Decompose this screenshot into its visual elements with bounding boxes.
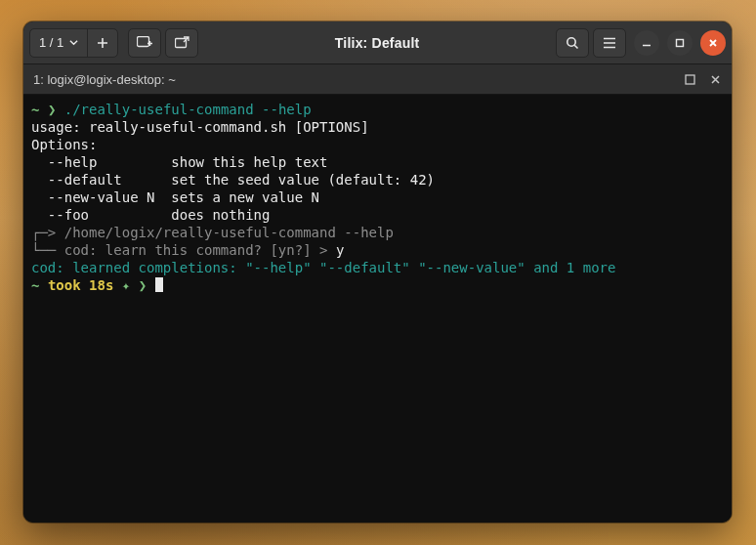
prompt2-took: took [48, 277, 81, 293]
window-close-button[interactable] [700, 30, 726, 56]
output-usage: usage: really-useful-command.sh [OPTIONS… [31, 119, 369, 135]
output-options-header: Options: [31, 137, 97, 152]
svg-point-2 [567, 37, 575, 45]
cod-box-top: ┌─> [31, 225, 64, 240]
prompt-chevron: ❯ [48, 102, 56, 117]
terminal-maximize-pane-button[interactable] [679, 68, 700, 90]
command-1: ./really-useful-command --help [64, 102, 312, 117]
fullscreen-terminal-button[interactable] [165, 28, 198, 58]
prompt2-time: 18s [89, 277, 113, 293]
popout-icon [175, 36, 189, 49]
session-label: 1 / 1 [39, 35, 63, 50]
prompt2-tilde: ~ [31, 277, 39, 293]
prompt2-sep-icon: ✦ [122, 277, 130, 293]
chevron-down-icon [69, 38, 78, 47]
window-title: Tilix: Default [202, 35, 552, 51]
add-session-button[interactable] [87, 29, 117, 57]
headerbar: 1 / 1 [23, 21, 732, 64]
add-terminal-button[interactable] [128, 28, 161, 58]
svg-rect-4 [686, 75, 694, 84]
terminal-close-pane-button[interactable] [704, 68, 726, 90]
close-pane-icon [710, 74, 721, 85]
window-maximize-button[interactable] [667, 30, 693, 56]
terminal-content: ~ ❯ ./really-useful-command --help usage… [31, 101, 724, 515]
cod-box-bottom: └── [31, 242, 64, 258]
search-button[interactable] [556, 28, 589, 58]
terminal-tab-title[interactable]: 1: logix@logix-desktop: ~ [33, 72, 675, 87]
tilix-window: 1 / 1 [23, 21, 732, 523]
maximize-pane-icon [685, 74, 695, 85]
hamburger-icon [603, 37, 616, 49]
output-opt-default: --default set the seed value (default: 4… [31, 172, 435, 188]
cod-learn-prompt: cod: learn this command? [yn?] > [64, 242, 336, 258]
output-opt-help: --help show this help text [31, 154, 327, 170]
cod-learned-line: cod: learned completions: "--help" "--de… [31, 260, 615, 275]
terminal-tabbar: 1: logix@logix-desktop: ~ [23, 64, 732, 95]
close-icon [708, 38, 718, 48]
hamburger-menu-button[interactable] [593, 28, 626, 58]
terminal-viewport[interactable]: ~ ❯ ./really-useful-command --help usage… [23, 95, 732, 523]
svg-rect-1 [175, 39, 186, 48]
output-opt-foo: --foo does nothing [31, 207, 270, 223]
session-dropdown[interactable]: 1 / 1 [30, 29, 87, 57]
window-minimize-button[interactable] [634, 30, 659, 56]
plus-icon [97, 37, 108, 49]
cod-learn-answer: y [336, 242, 344, 258]
minimize-icon [642, 38, 651, 48]
svg-rect-0 [138, 36, 149, 46]
search-icon [566, 36, 579, 50]
maximize-icon [675, 38, 685, 48]
output-opt-new-value: --new-value N sets a new value N [31, 189, 319, 205]
prompt2-chevron: ❯ [139, 277, 147, 293]
cod-hint-path: /home/logix/really-useful-command --help [64, 225, 394, 240]
svg-rect-3 [677, 39, 684, 46]
session-switcher: 1 / 1 [29, 28, 118, 58]
add-terminal-icon [137, 36, 152, 50]
terminal-cursor [155, 277, 163, 292]
prompt-tilde: ~ [31, 102, 39, 117]
